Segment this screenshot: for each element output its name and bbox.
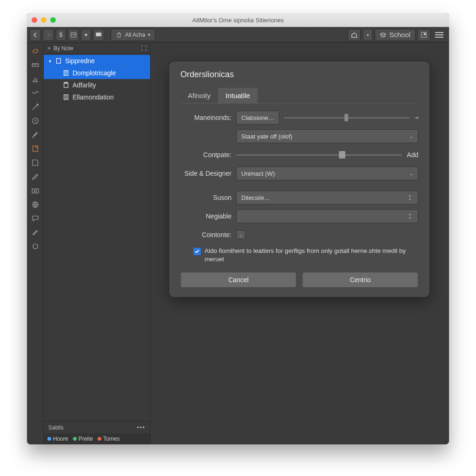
- tag-bar: Hoore Preite Tomes: [44, 433, 150, 444]
- app-window: AltMtlor's Ome sipnolia Sitieriones $ ▾ …: [27, 13, 449, 444]
- tag-preite[interactable]: Preite: [73, 436, 93, 442]
- svg-rect-12: [57, 59, 61, 64]
- flag-button[interactable]: ▪: [363, 29, 373, 41]
- footer-label: Sablls: [48, 424, 64, 431]
- rail-note-icon[interactable]: [30, 143, 41, 154]
- svg-rect-7: [33, 146, 38, 152]
- rail-pen-icon[interactable]: [30, 171, 41, 182]
- expand-icon[interactable]: ⛶: [141, 45, 146, 52]
- window-title: AltMtlor's Ome sipnolia Sitieriones: [27, 17, 449, 24]
- panel-header-label: By Note: [53, 45, 73, 52]
- panel-toggle-button[interactable]: [417, 29, 430, 41]
- dollar-button[interactable]: $: [56, 29, 66, 41]
- staat-select[interactable]: Staat yate off (olof) ⌄: [236, 129, 418, 143]
- chevron-down-icon: ⌄: [410, 171, 413, 176]
- tree-item-sippredne[interactable]: ▾ Sippredne: [44, 55, 150, 67]
- maneionds-slider[interactable]: [284, 113, 410, 122]
- document-icon: [62, 69, 70, 77]
- svg-rect-4: [424, 33, 426, 35]
- dialog-title: Orderslionicas: [180, 70, 418, 79]
- rail-globe-icon[interactable]: [30, 199, 41, 210]
- more-button[interactable]: •••: [137, 424, 145, 431]
- clipboard-icon: [62, 81, 70, 89]
- rail-camera-icon[interactable]: [30, 185, 41, 196]
- tag-hoore[interactable]: Hoore: [47, 436, 68, 442]
- tree-item-adfarlity[interactable]: Adfarlity: [44, 79, 150, 91]
- cancel-button[interactable]: Cancel: [180, 272, 297, 288]
- document-icon: [55, 57, 62, 65]
- svg-rect-5: [32, 64, 39, 66]
- item-tree: ▾ Sippredne Domplotricagle Adfarlity Ell…: [44, 54, 150, 104]
- negiable-combo[interactable]: ▴▾: [236, 209, 418, 223]
- list-icon: [62, 93, 70, 101]
- rail-book-icon[interactable]: [30, 157, 41, 168]
- slider-end-icon: ⇥: [414, 115, 418, 121]
- svg-point-9: [34, 190, 36, 192]
- tab-afinoity[interactable]: Afinoity: [180, 88, 218, 103]
- svg-rect-2: [96, 33, 101, 36]
- negiable-label: Negiable: [180, 212, 231, 220]
- stepper-icon[interactable]: ▴▾: [407, 194, 413, 201]
- school-button[interactable]: School: [375, 29, 416, 41]
- tree-item-label: Sippredne: [65, 57, 95, 65]
- maneionds-label: Maneinonds:: [180, 114, 231, 121]
- present-button[interactable]: [93, 29, 104, 41]
- contpate-label: Contpate:: [180, 151, 231, 159]
- rail-arrow-icon[interactable]: [30, 101, 41, 112]
- tag-tomes[interactable]: Tomes: [98, 436, 119, 442]
- graduation-icon: [380, 32, 386, 38]
- contpate-slider[interactable]: [236, 150, 402, 159]
- side-designer-select[interactable]: Unimact (W) ⌄: [236, 166, 418, 180]
- settings-dialog: Orderslionicas Afinoity Intuatile Manein…: [169, 61, 430, 297]
- add-item-button[interactable]: +: [47, 45, 51, 52]
- school-label: School: [389, 31, 410, 39]
- suson-combo[interactable]: Ditecsile… ▴▾: [236, 191, 418, 205]
- home-icon: [351, 32, 357, 38]
- tool-rail: [27, 43, 44, 444]
- tree-item-label: Domplotricagle: [73, 69, 116, 77]
- side-panel: + By Note ⛶ ▾ Sippredne Domplotricagle A…: [44, 43, 151, 444]
- minimize-window-button[interactable]: [41, 17, 46, 23]
- rail-wave-icon[interactable]: [30, 87, 41, 99]
- rail-ruler-icon[interactable]: [30, 60, 41, 71]
- cointonte-label: Cointonte:: [180, 231, 231, 238]
- close-window-button[interactable]: [32, 17, 37, 23]
- side-designer-label: Side & Designer: [180, 170, 231, 177]
- rail-chat-icon[interactable]: [30, 213, 41, 224]
- titlebar: AltMtlor's Ome sipnolia Sitieriones: [27, 13, 449, 27]
- tree-item-label: Ellamondation: [73, 93, 114, 101]
- rail-link-icon[interactable]: [30, 46, 41, 57]
- layout-button[interactable]: [68, 29, 79, 41]
- cointonte-toggle[interactable]: ⌄: [236, 230, 245, 239]
- tree-item-domplotricagle[interactable]: Domplotricagle: [44, 67, 150, 79]
- main-toolbar: $ ▾ All Acha ▾ ▪ School: [27, 27, 449, 43]
- rail-edit-icon[interactable]: [30, 227, 41, 238]
- confirm-button[interactable]: Centrio: [302, 272, 418, 288]
- back-button[interactable]: [30, 29, 41, 41]
- add-button[interactable]: Add: [407, 151, 418, 159]
- dropdown-caret-button[interactable]: ▾: [81, 29, 91, 41]
- trash-icon: [116, 32, 122, 38]
- rail-brush-icon[interactable]: [30, 129, 41, 140]
- stepper-icon[interactable]: ▴▾: [407, 212, 413, 220]
- forward-button[interactable]: [43, 29, 54, 41]
- panel-footer: Sablls •••: [44, 421, 150, 433]
- breadcrumb-label: All Acha: [125, 32, 145, 38]
- auto-checkbox[interactable]: [193, 248, 201, 255]
- rail-clock-icon[interactable]: [30, 115, 41, 126]
- chevron-down-icon[interactable]: ▾: [47, 59, 52, 64]
- svg-rect-8: [32, 189, 39, 193]
- rail-chart-icon[interactable]: [30, 73, 41, 85]
- zoom-window-button[interactable]: [50, 17, 56, 23]
- tree-item-ellamondation[interactable]: Ellamondation: [44, 91, 150, 103]
- svg-rect-0: [71, 33, 76, 37]
- home-button[interactable]: [348, 29, 361, 41]
- menu-button[interactable]: [432, 29, 446, 40]
- tree-item-label: Adfarlity: [73, 81, 96, 89]
- maneionds-combo[interactable]: Clabsione…: [236, 111, 279, 125]
- breadcrumb-dropdown[interactable]: All Acha ▾: [111, 29, 155, 41]
- rail-circle-icon[interactable]: [30, 241, 41, 252]
- tab-intuatile[interactable]: Intuatile: [218, 88, 258, 103]
- chevron-down-icon: ⌄: [410, 134, 413, 139]
- window-controls: [32, 17, 56, 23]
